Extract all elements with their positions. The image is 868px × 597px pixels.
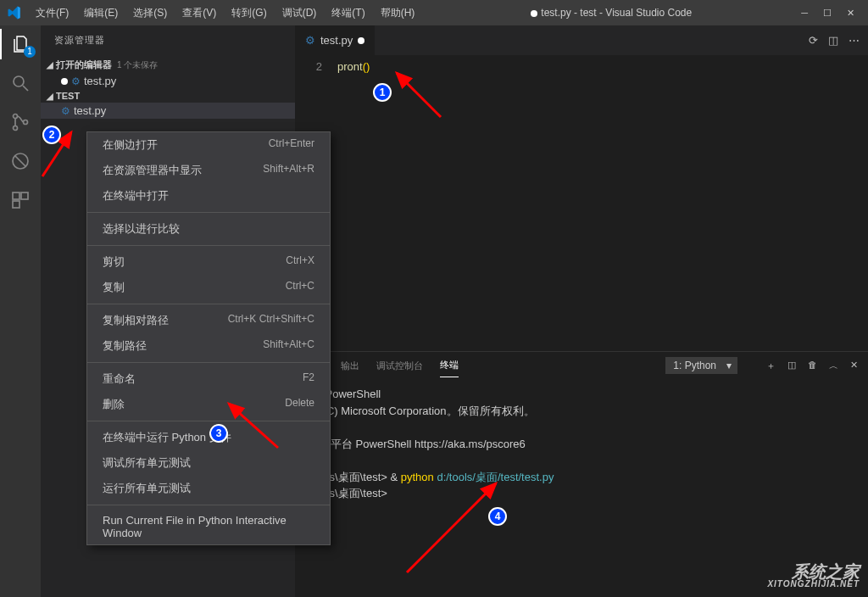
svg-line-6	[15, 156, 25, 166]
context-menu-label: 复制相对路径	[103, 313, 169, 328]
close-button[interactable]: ✕	[847, 8, 854, 19]
context-menu-item[interactable]: 运行所有单元测试	[87, 476, 330, 501]
svg-line-12	[229, 404, 278, 448]
menu-help[interactable]: 帮助(H)	[374, 3, 422, 24]
tab-label: test.py	[320, 34, 353, 47]
context-menu-separator	[87, 421, 330, 421]
context-menu-item[interactable]: Run Current File in Python Interactive W…	[87, 509, 330, 544]
source-control-icon	[10, 112, 31, 132]
context-menu-item[interactable]: 复制Ctrl+C	[87, 275, 330, 300]
extensions-icon	[10, 190, 31, 210]
activity-explorer[interactable]: 1	[8, 32, 32, 56]
context-menu-item[interactable]: 选择以进行比较	[87, 216, 330, 242]
file-context-menu: 在侧边打开Ctrl+Enter在资源管理器中显示Shift+Alt+R在终端中打…	[86, 131, 331, 545]
context-menu-label: 复制路径	[103, 338, 147, 354]
context-menu-label: 重命名	[103, 371, 136, 387]
panel-tab-terminal[interactable]: 终端	[440, 354, 459, 377]
activity-extensions[interactable]	[8, 188, 32, 212]
file-label: test.py	[74, 104, 106, 117]
explorer-badge: 1	[24, 46, 36, 58]
context-menu-item[interactable]: 剪切Ctrl+X	[87, 249, 330, 275]
menu-edit[interactable]: 编辑(E)	[77, 3, 125, 24]
window-title: test.py - test - Visual Studio Code	[421, 7, 801, 19]
context-menu-label: 在资源管理器中显示	[103, 163, 202, 178]
menu-select[interactable]: 选择(S)	[126, 3, 174, 24]
context-menu-shortcut: F2	[303, 371, 314, 387]
context-menu-shortcut: Delete	[285, 397, 314, 412]
open-editor-item[interactable]: ⚙ test.py	[41, 73, 295, 89]
context-menu-item[interactable]: 重命名F2	[87, 366, 330, 392]
editor-tab[interactable]: ⚙ test.py	[295, 25, 376, 55]
activity-search[interactable]	[8, 71, 32, 95]
workspace-section[interactable]: ◢ TEST	[41, 89, 295, 103]
context-menu-separator	[87, 304, 330, 304]
svg-point-3	[14, 126, 18, 131]
more-actions-icon[interactable]: ⋯	[849, 34, 860, 47]
svg-rect-9	[13, 201, 19, 208]
svg-line-1	[23, 86, 28, 91]
annotation-marker-4: 4	[488, 507, 507, 526]
kill-terminal-icon[interactable]: 🗑	[808, 360, 817, 372]
split-terminal-icon[interactable]: ◫	[787, 360, 796, 372]
context-menu-shortcut: Ctrl+C	[286, 280, 314, 295]
terminal-line: 有 (C) Microsoft Corporation。保留所有权利。	[309, 403, 854, 420]
svg-rect-8	[21, 192, 28, 199]
activity-bar: 1	[0, 25, 41, 597]
menu-terminal[interactable]: 终端(T)	[325, 3, 371, 24]
unsaved-count: 1 个未保存	[117, 59, 158, 71]
modified-dot-icon	[61, 78, 68, 85]
context-menu-item[interactable]: 调试所有单元测试	[87, 450, 330, 476]
context-menu-separator	[87, 212, 330, 213]
annotation-arrow	[381, 66, 449, 126]
context-menu-shortcut: Ctrl+X	[286, 254, 314, 270]
terminal-line: \tools\桌面\test>	[309, 485, 854, 502]
menu-debug[interactable]: 调试(D)	[275, 3, 324, 24]
context-menu-label: 选择以进行比较	[103, 221, 180, 237]
watermark: 系统之家 XITONGZHIJIA.NET	[767, 563, 860, 589]
search-icon	[10, 73, 31, 93]
terminal-selector-dropdown[interactable]: 1: Python	[665, 357, 737, 374]
sidebar-title: 资源管理器	[41, 25, 295, 55]
menu-goto[interactable]: 转到(G)	[225, 3, 273, 24]
context-menu-label: Run Current File in Python Interactive W…	[103, 514, 314, 539]
menu-view[interactable]: 查看(V)	[175, 3, 223, 24]
context-menu-item[interactable]: 在资源管理器中显示Shift+Alt+R	[87, 158, 330, 183]
context-menu-label: 在侧边打开	[103, 137, 158, 153]
split-editor-icon[interactable]: ◫	[828, 34, 838, 47]
context-menu-label: 在终端中打开	[103, 188, 169, 204]
maximize-panel-icon[interactable]: ︿	[829, 360, 838, 372]
code-line: pront()	[337, 55, 370, 351]
context-menu-item[interactable]: 在侧边打开Ctrl+Enter	[87, 132, 330, 158]
maximize-button[interactable]: ☐	[823, 8, 832, 19]
activity-scm[interactable]	[8, 110, 32, 134]
file-tree-item[interactable]: ⚙ test.py	[41, 103, 295, 119]
context-menu-item[interactable]: 复制相对路径Ctrl+K Ctrl+Shift+C	[87, 308, 330, 333]
context-menu-label: 运行所有单元测试	[103, 481, 191, 496]
activity-debug[interactable]	[8, 149, 32, 173]
context-menu-item[interactable]: 在终端中运行 Python 文件	[87, 425, 330, 450]
context-menu-item[interactable]: 在终端中打开	[87, 183, 330, 209]
python-file-icon: ⚙	[71, 75, 81, 87]
menu-bar: 文件(F) 编辑(E) 选择(S) 查看(V) 转到(G) 调试(D) 终端(T…	[29, 3, 421, 24]
context-menu-separator	[87, 362, 330, 363]
menu-file[interactable]: 文件(F)	[29, 3, 75, 24]
panel-tab-output[interactable]: 输出	[341, 354, 359, 377]
debug-icon	[10, 151, 31, 171]
modified-dot-icon	[358, 37, 364, 44]
context-menu-shortcut: Ctrl+Enter	[269, 137, 314, 153]
panel-tab-debug[interactable]: 调试控制台	[376, 354, 423, 377]
close-panel-icon[interactable]: ✕	[850, 360, 858, 372]
context-menu-item[interactable]: 复制路径Shift+Alt+C	[87, 333, 330, 359]
new-terminal-icon[interactable]: ＋	[766, 360, 776, 372]
window-controls: ─ ☐ ✕	[801, 8, 861, 19]
open-editors-section[interactable]: ◢ 打开的编辑器 1 个未保存	[41, 57, 295, 73]
context-menu-separator	[87, 245, 330, 246]
compare-changes-icon[interactable]: ⟳	[809, 34, 818, 47]
context-menu-item[interactable]: 删除Delete	[87, 392, 330, 417]
minimize-button[interactable]: ─	[801, 8, 808, 19]
bottom-panel: 问题 输出 调试控制台 终端 1: Python ＋ ◫ 🗑 ︿ ✕ ws Po…	[295, 351, 868, 597]
svg-rect-7	[13, 192, 19, 199]
svg-line-10	[397, 73, 441, 117]
unsaved-dot-icon	[531, 10, 537, 17]
annotation-marker-2: 2	[42, 126, 61, 144]
